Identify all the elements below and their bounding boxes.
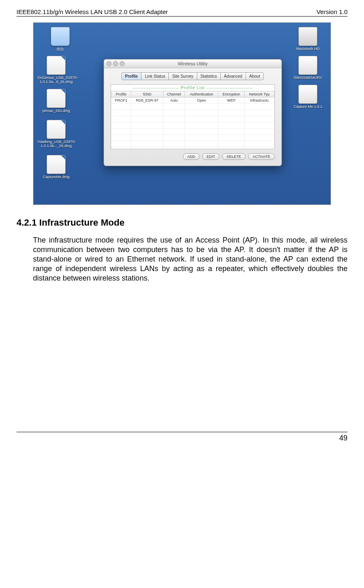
- close-icon[interactable]: [106, 61, 111, 66]
- doc-header-left: IEEE802.11b/g/n Wireless LAN USB 2.0 Cli…: [17, 8, 168, 15]
- edit-button[interactable]: EDIT: [202, 153, 220, 160]
- desktop-folder[interactable]: 综合: [42, 27, 79, 52]
- cell-ssid: RD8_ESR-97: [131, 98, 163, 104]
- profile-table: Profile SSID Channel Authentication Encr…: [111, 91, 274, 149]
- desktop-icon-label: CaptureMe.dmg: [38, 175, 75, 179]
- window-title: Wireless Utility: [178, 61, 208, 66]
- profile-list-panel: -------------------------- Profile List …: [111, 84, 275, 149]
- col-profile[interactable]: Profile: [111, 91, 131, 98]
- table-row[interactable]: [111, 129, 274, 135]
- page-number: 49: [339, 434, 347, 442]
- cell-channel: Auto: [163, 98, 184, 104]
- desktop-icon-label: pemac_650.dmg: [38, 109, 75, 113]
- table-row[interactable]: [111, 116, 274, 122]
- activate-button[interactable]: ACTIVATE: [248, 153, 275, 160]
- table-row[interactable]: [111, 122, 274, 129]
- file-icon: [47, 155, 66, 174]
- desktop-icon-label: Macintosh HD: [289, 47, 326, 51]
- table-row[interactable]: [111, 147, 274, 149]
- minimize-icon[interactable]: [113, 61, 118, 66]
- window-titlebar[interactable]: Wireless Utility: [104, 60, 281, 68]
- desktop-file[interactable]: Hawking_USB_D2870-1.0.1.0b..._05.dmg: [38, 120, 75, 148]
- profile-list-title: -------------------------- Profile List …: [111, 85, 274, 91]
- col-network-type[interactable]: Network Typ: [244, 91, 274, 98]
- file-icon: [47, 89, 66, 108]
- desktop-icon-label: SWISSMEMORY: [289, 76, 326, 80]
- volume-icon: [298, 85, 317, 104]
- section-body: The infrastructure mode requires the use…: [33, 236, 347, 283]
- desktop-icon-label: 综合: [42, 47, 79, 52]
- table-row[interactable]: [111, 141, 274, 147]
- desktop-icon-label: Hawking_USB_D2870-1.0.1.0b..._05.dmg: [38, 140, 75, 148]
- traffic-lights[interactable]: [106, 61, 125, 66]
- usbdrive-icon: [298, 56, 317, 75]
- desktop-drive[interactable]: Macintosh HD: [289, 27, 326, 51]
- col-channel[interactable]: Channel: [163, 91, 184, 98]
- section-heading: 4.2.1 Infrastructure Mode: [17, 217, 347, 228]
- file-icon: [47, 56, 66, 75]
- tab-site-survey[interactable]: Site Survey: [168, 72, 197, 80]
- cell-enc: WEP: [218, 98, 244, 104]
- tab-advanced[interactable]: Advanced: [220, 72, 246, 80]
- file-icon: [47, 120, 66, 139]
- col-auth[interactable]: Authentication: [185, 91, 218, 98]
- desktop-drive[interactable]: SWISSMEMORY: [289, 56, 326, 80]
- tab-profile[interactable]: Profile: [121, 72, 142, 80]
- button-bar: ADD EDIT DELETE ACTIVATE: [104, 153, 281, 166]
- table-row[interactable]: [111, 135, 274, 141]
- add-button[interactable]: ADD: [183, 153, 200, 160]
- wireless-utility-window: Wireless Utility Profile Link Status Sit…: [104, 59, 282, 166]
- delete-button[interactable]: DELETE: [222, 153, 246, 160]
- col-ssid[interactable]: SSID: [131, 91, 163, 98]
- table-row[interactable]: [111, 110, 274, 116]
- tab-about[interactable]: About: [246, 72, 264, 80]
- table-row[interactable]: [111, 104, 274, 110]
- folder-icon: [51, 27, 70, 46]
- harddrive-icon: [298, 27, 317, 46]
- desktop-file[interactable]: CaptureMe.dmg: [38, 155, 75, 179]
- tab-statistics[interactable]: Statistics: [197, 72, 221, 80]
- doc-header-right: Version 1.0: [317, 8, 347, 15]
- desktop-file[interactable]: pemac_650.dmg: [38, 89, 75, 113]
- tab-link-status[interactable]: Link Status: [141, 72, 169, 80]
- col-encryption[interactable]: Encryption: [218, 91, 244, 98]
- cell-auth: Open: [185, 98, 218, 104]
- desktop-file[interactable]: EnGenius_USB_D2870-1.0.1.0a...9_26.dmg: [38, 56, 75, 84]
- desktop-icon-label: Capture Me 1.4.1: [289, 105, 326, 109]
- cell-net: Infrastructu: [244, 98, 274, 104]
- zoom-icon[interactable]: [120, 61, 125, 66]
- tab-bar: Profile Link Status Site Survey Statisti…: [104, 68, 281, 83]
- macos-desktop: 综合 EnGenius_USB_D2870-1.0.1.0a...9_26.dm…: [33, 23, 331, 205]
- desktop-icon-label: EnGenius_USB_D2870-1.0.1.0a...9_26.dmg: [38, 76, 75, 84]
- desktop-drive[interactable]: Capture Me 1.4.1: [289, 85, 326, 109]
- table-row[interactable]: PROF1 RD8_ESR-97 Auto Open WEP Infrastru…: [111, 98, 274, 104]
- table-header-row: Profile SSID Channel Authentication Encr…: [111, 91, 274, 98]
- page-footer: 49: [17, 432, 347, 443]
- cell-profile: PROF1: [111, 98, 131, 104]
- screenshot-figure: 综合 EnGenius_USB_D2870-1.0.1.0a...9_26.dm…: [33, 22, 331, 205]
